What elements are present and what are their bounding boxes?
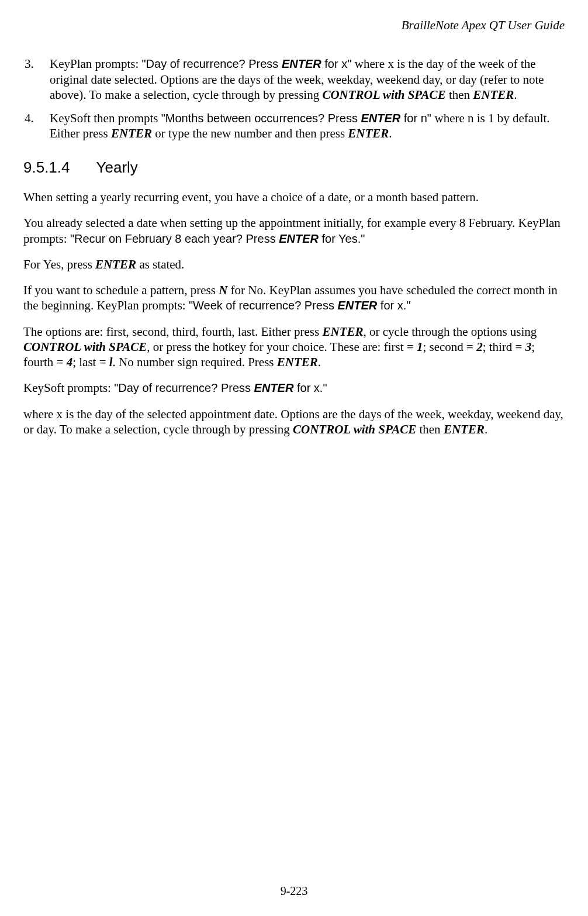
text: then: [446, 88, 473, 102]
text: , or press the hotkey for your choice. T…: [147, 340, 417, 354]
item-number: 3.: [25, 56, 34, 71]
section-heading: 9.5.1.4Yearly: [23, 158, 565, 177]
prompt-text: "Week of recurrence? Press: [189, 299, 338, 312]
paragraph: If you want to schedule a pattern, press…: [23, 283, 565, 314]
paragraph: where x is the day of the selected appoi…: [23, 407, 565, 438]
text: or type the new number and then press: [152, 126, 348, 140]
key-name: ENTER: [282, 57, 321, 70]
key-name: N: [219, 283, 227, 297]
page-footer: 9-223: [0, 884, 588, 898]
prompt-text: for Yes.": [319, 232, 365, 245]
key-name: 3: [525, 340, 532, 354]
paragraph: For Yes, press ENTER as stated.: [23, 257, 565, 272]
key-name: ENTER: [473, 88, 514, 102]
text: If you want to schedule a pattern, press: [23, 283, 219, 297]
paragraph: The options are: first, second, third, f…: [23, 324, 565, 370]
key-name: CONTROL with SPACE: [293, 422, 416, 436]
text: ; second =: [423, 340, 476, 354]
numbered-list: 3. KeyPlan prompts: "Day of recurrence? …: [23, 56, 565, 141]
text: The options are: first, second, third, f…: [23, 325, 322, 339]
page-header: BrailleNote Apex QT User Guide: [23, 18, 565, 33]
text: .: [389, 126, 392, 140]
key-name: ENTER: [277, 355, 318, 369]
prompt-text: "Months between occurrences? Press: [161, 112, 361, 125]
text: as stated.: [136, 257, 184, 271]
key-name: CONTROL with SPACE: [23, 340, 147, 354]
key-name: ENTER: [444, 422, 485, 436]
text: . No number sign required. Press: [113, 355, 277, 369]
prompt-text: for x.": [293, 381, 327, 394]
key-name: ENTER: [361, 112, 400, 125]
text: , or cycle through the options using: [363, 325, 537, 339]
text: .: [485, 422, 487, 436]
prompt-text: for x": [321, 57, 355, 70]
item-number: 4.: [25, 111, 34, 126]
text: .: [318, 355, 321, 369]
paragraph: KeySoft prompts: "Day of recurrence? Pre…: [23, 380, 565, 395]
prompt-text: for x.": [377, 299, 410, 312]
prompt-text: "Recur on February 8 each year? Press: [70, 232, 279, 245]
text: ; third =: [483, 340, 525, 354]
section-number: 9.5.1.4: [23, 159, 70, 176]
prompt-text: "Day of recurrence? Press: [142, 57, 282, 70]
list-item: 4. KeySoft then prompts "Months between …: [23, 111, 565, 142]
key-name: ENTER: [254, 381, 294, 394]
key-name: 2: [476, 340, 483, 354]
key-name: ENTER: [111, 126, 152, 140]
list-item: 3. KeyPlan prompts: "Day of recurrence? …: [23, 56, 565, 102]
prompt-text: for n": [400, 112, 434, 125]
text: KeySoft prompts:: [23, 381, 114, 395]
key-name: ENTER: [279, 232, 319, 245]
key-name: CONTROL with SPACE: [322, 88, 445, 102]
text: KeySoft then prompts: [50, 111, 161, 125]
key-name: ENTER: [348, 126, 389, 140]
key-name: ENTER: [322, 325, 363, 339]
paragraph: You already selected a date when setting…: [23, 215, 565, 246]
text: For Yes, press: [23, 257, 95, 271]
section-title: Yearly: [96, 159, 138, 176]
text: ; last =: [72, 355, 109, 369]
key-name: ENTER: [338, 299, 378, 312]
key-name: 1: [417, 340, 423, 354]
paragraph: When setting a yearly recurring event, y…: [23, 190, 565, 205]
key-name: ENTER: [95, 257, 136, 271]
key-name: 4: [67, 355, 73, 369]
text: .: [514, 88, 517, 102]
text: KeyPlan prompts:: [50, 57, 142, 71]
text: then: [416, 422, 444, 436]
prompt-text: "Day of recurrence? Press: [114, 381, 254, 394]
